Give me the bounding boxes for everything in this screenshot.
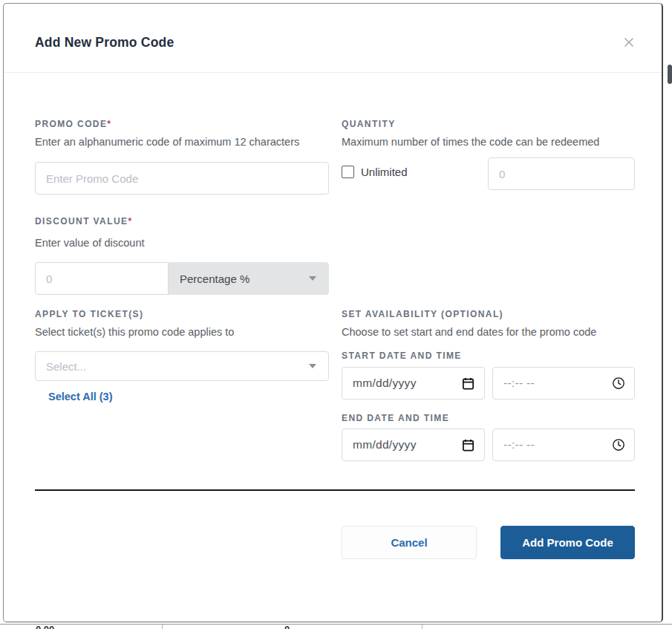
discount-helper: Enter value of discount: [35, 237, 145, 249]
apply-tickets-label: APPLY TO TICKET(S): [35, 309, 143, 319]
promo-code-helper: Enter an alphanumeric code of maximum 12…: [35, 136, 299, 148]
availability-label: SET AVAILABILITY (OPTIONAL): [342, 309, 503, 319]
background-table-gridline: [422, 625, 423, 629]
clock-icon[interactable]: [612, 438, 625, 452]
end-date-input[interactable]: mm/dd/yyyy: [342, 428, 485, 461]
background-table-border: [0, 624, 672, 625]
availability-helper: Choose to set start and end dates for th…: [342, 326, 596, 338]
start-time-input[interactable]: --:-- --: [492, 367, 635, 400]
header-divider: [4, 72, 662, 73]
promo-code-label: PROMO CODE*: [35, 119, 111, 129]
footer-divider: [35, 489, 635, 491]
start-date-input[interactable]: mm/dd/yyyy: [342, 367, 485, 400]
start-datetime-label: START DATE AND TIME: [342, 351, 462, 361]
start-date-placeholder: mm/dd/yyyy: [353, 377, 417, 390]
caret-down-icon: [309, 276, 316, 281]
end-datetime-label: END DATE AND TIME: [342, 413, 449, 423]
end-time-input[interactable]: --:-- --: [492, 428, 635, 461]
discount-unit-dropdown[interactable]: Percentage %: [169, 262, 329, 295]
background-partial-value: 0: [284, 625, 290, 629]
close-icon: [623, 39, 635, 50]
quantity-input[interactable]: [488, 157, 635, 190]
add-promo-code-modal: Add New Promo Code PROMO CODE* Enter an …: [3, 3, 663, 622]
required-asterisk: *: [107, 119, 111, 129]
end-date-placeholder: mm/dd/yyyy: [353, 438, 417, 452]
calendar-icon[interactable]: [461, 377, 475, 391]
end-time-placeholder: --:-- --: [503, 438, 535, 452]
quantity-label: QUANTITY: [342, 119, 396, 129]
background-table-gridline: [162, 625, 163, 629]
tickets-select[interactable]: Select...: [35, 351, 329, 381]
calendar-icon[interactable]: [461, 438, 475, 452]
start-time-placeholder: --:-- --: [503, 377, 535, 390]
close-button[interactable]: [620, 33, 638, 51]
modal-title: Add New Promo Code: [35, 35, 174, 50]
required-asterisk: *: [128, 216, 131, 226]
discount-value-input[interactable]: [35, 262, 169, 295]
caret-down-icon: [309, 364, 316, 368]
quantity-helper: Maximum number of times the code can be …: [342, 136, 599, 148]
apply-tickets-helper: Select ticket(s) this promo code applies…: [35, 326, 234, 338]
clock-icon[interactable]: [612, 377, 625, 390]
add-promo-code-button[interactable]: Add Promo Code: [500, 526, 635, 559]
select-all-link[interactable]: Select All (3): [48, 391, 113, 403]
unlimited-checkbox-label[interactable]: Unlimited: [361, 166, 408, 178]
unlimited-checkbox[interactable]: [342, 166, 354, 178]
background-scrollbar-thumb[interactable]: [668, 65, 672, 84]
discount-value-label: DISCOUNT VALUE*: [35, 216, 131, 226]
page: Add New Promo Code PROMO CODE* Enter an …: [0, 0, 672, 629]
cancel-button[interactable]: Cancel: [342, 526, 477, 559]
background-partial-value: 0.00: [36, 625, 54, 629]
promo-code-input[interactable]: [35, 162, 329, 195]
tickets-select-placeholder: Select...: [46, 360, 86, 373]
unlimited-checkbox-row: Unlimited: [342, 166, 408, 178]
discount-unit-selected: Percentage %: [180, 273, 249, 285]
